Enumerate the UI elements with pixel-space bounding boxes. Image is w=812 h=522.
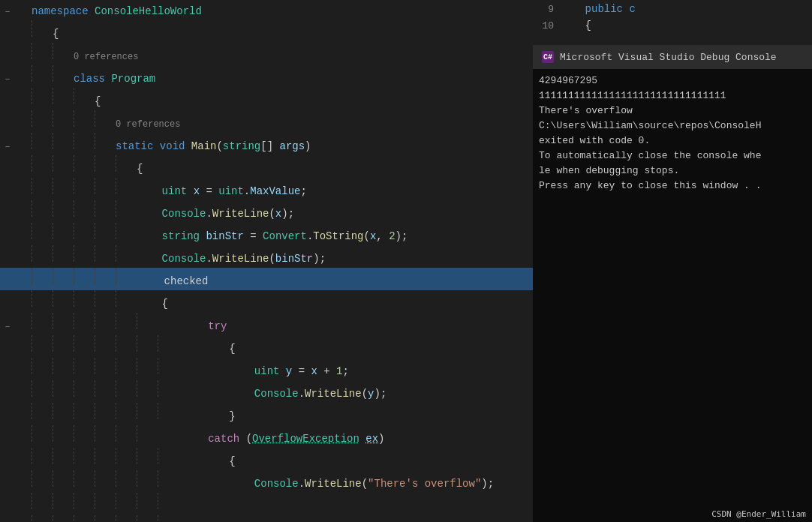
indent-guide [137, 448, 158, 464]
indent-guide [32, 200, 53, 217]
indent-guide [116, 223, 137, 239]
indent-guide [53, 223, 74, 239]
code-line: −class Program [0, 65, 533, 88]
indent-guide [95, 448, 116, 464]
indent-guide [74, 403, 95, 419]
code-content: 0 references [74, 48, 530, 65]
indent-guide [95, 493, 116, 509]
line-gutter [3, 476, 26, 493]
collapse-button[interactable] [3, 116, 12, 133]
indent-guide [32, 245, 53, 262]
collapse-button[interactable] [3, 184, 12, 200]
indent-guide [74, 358, 95, 374]
collapse-button[interactable] [3, 274, 12, 290]
indent-guide [158, 403, 179, 419]
code-lines: −namespace ConsoleHelloWorld { 0 referen… [0, 0, 533, 522]
collapse-button[interactable] [3, 454, 12, 470]
indent-guide [74, 133, 95, 149]
indent-guide [158, 448, 179, 464]
indent-guide [74, 88, 95, 104]
code-line: Console.WriteLine("There's overflow"); [0, 470, 533, 493]
indent-guide [137, 335, 158, 352]
indent-guide [53, 65, 74, 82]
indent-guide [116, 448, 137, 464]
collapse-button[interactable] [3, 431, 12, 448]
indent-guide [53, 200, 74, 217]
line-gutter: − [3, 139, 26, 155]
indent-guide [95, 403, 116, 419]
line-number: 10 [536, 20, 554, 32]
code-line: { [0, 448, 533, 470]
indent-guide [32, 43, 53, 59]
code-editor: −namespace ConsoleHelloWorld { 0 referen… [0, 0, 533, 522]
console-line: le when debugging stops. [539, 164, 806, 178]
indent-guide [74, 515, 95, 522]
collapse-button[interactable] [3, 364, 12, 380]
collapse-button[interactable]: − [3, 319, 12, 335]
collapse-button[interactable] [3, 49, 12, 65]
code-line: { [0, 155, 533, 178]
indent-guide [53, 448, 74, 464]
indent-guide [32, 110, 53, 127]
collapse-button[interactable] [3, 409, 12, 425]
code-line: Console.WriteLine(binStr); [0, 245, 533, 268]
indent-guide [116, 245, 137, 262]
collapse-button[interactable]: − [3, 4, 12, 20]
code-content: uint y = x + 1; [179, 363, 530, 380]
collapse-button[interactable]: − [3, 139, 12, 155]
console-titlebar: C# Microsoft Visual Studio Debug Console [533, 45, 812, 69]
code-content: } [179, 408, 530, 424]
indent-guide [53, 110, 74, 127]
indent-guide [74, 493, 95, 509]
indent-guide [32, 403, 53, 419]
indent-guide [95, 155, 116, 172]
code-line: { [0, 88, 533, 110]
indent-guide [158, 515, 179, 522]
console-line: 4294967295 [539, 74, 806, 88]
collapse-button[interactable] [3, 251, 12, 268]
indent-guide [95, 200, 116, 217]
collapse-button[interactable] [3, 296, 12, 313]
collapse-button[interactable] [3, 386, 12, 403]
indent-guide [53, 245, 74, 262]
line-gutter [3, 364, 26, 380]
line-gutter [3, 94, 26, 110]
code-content: Console.WriteLine(y); [179, 386, 530, 402]
collapse-button[interactable] [3, 161, 12, 178]
debug-console: C# Microsoft Visual Studio Debug Console… [533, 45, 812, 522]
indent-guide [32, 313, 53, 329]
code-line: string binStr = Convert.ToString(x, 2); [0, 223, 533, 245]
indent-guide [158, 335, 179, 352]
collapse-button[interactable]: − [3, 71, 12, 88]
collapse-button[interactable] [3, 341, 12, 358]
line-gutter [3, 274, 26, 290]
indent-guide [95, 358, 116, 374]
indent-guide [32, 88, 53, 104]
right-code-content: { [560, 20, 591, 32]
collapse-button[interactable] [3, 94, 12, 110]
indent-guide [53, 470, 74, 487]
console-icon: C# [542, 51, 554, 63]
code-line: { [0, 20, 533, 43]
indent-guide [53, 43, 74, 59]
collapse-button[interactable] [3, 476, 12, 493]
line-gutter [3, 184, 26, 200]
indent-guide [95, 335, 116, 352]
indent-guide [74, 245, 95, 262]
line-gutter [3, 431, 26, 448]
right-code-content: public c [560, 3, 636, 15]
indent-guide [158, 380, 179, 397]
indent-guide [95, 245, 116, 262]
collapse-button[interactable] [3, 499, 12, 515]
right-code-line: 10 { [533, 20, 812, 36]
console-body: 4294967295111111111111111111111111111111… [533, 69, 812, 506]
indent-guide [95, 223, 116, 239]
collapse-button[interactable] [3, 229, 12, 245]
line-gutter [3, 116, 26, 133]
code-content: string binStr = Convert.ToString(x, 2); [137, 228, 530, 244]
collapse-button[interactable] [3, 26, 12, 43]
indent-guide [116, 358, 137, 374]
code-line: uint x = uint.MaxValue; [0, 178, 533, 200]
indent-guide [158, 470, 179, 487]
collapse-button[interactable] [3, 206, 12, 223]
